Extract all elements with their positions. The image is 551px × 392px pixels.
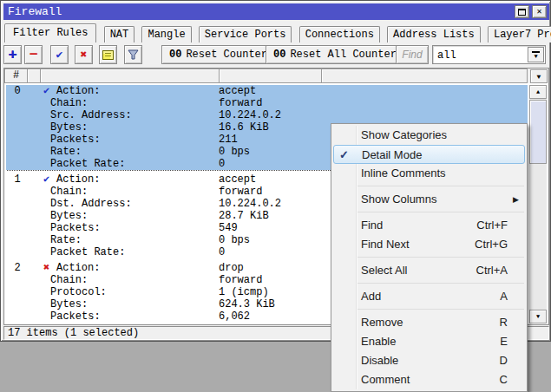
scrollbar-thumb[interactable]	[529, 100, 547, 164]
menu-item-detail-mode[interactable]: ✓ Detail Mode	[333, 145, 525, 164]
property-label: Packets:	[50, 222, 101, 234]
property-label: Rate:	[50, 146, 82, 158]
menu-shortcut: Ctrl+F	[476, 216, 508, 235]
reset-counters-button[interactable]: 00 Reset Counters	[161, 45, 281, 64]
column-header-value[interactable]	[219, 69, 322, 83]
drop-icon: ✖	[43, 262, 49, 274]
menu-item-label: Select All	[361, 264, 407, 277]
cross-icon: ✖	[81, 49, 88, 61]
comment-note-icon	[102, 50, 114, 60]
column-picker-button[interactable]: ▼	[530, 69, 548, 83]
menu-separator	[331, 306, 527, 313]
property-value: forward	[219, 274, 262, 286]
menu-item-label: Enable	[361, 335, 396, 348]
screen: Firewall ✕ Filter Rules NAT Mangle Servi…	[0, 0, 551, 392]
tab-nat[interactable]: NAT	[104, 26, 135, 42]
tab-address-lists[interactable]: Address Lists	[387, 26, 481, 42]
menu-shortcut: C	[500, 370, 508, 389]
property-value: 549	[219, 222, 238, 234]
find-button[interactable]: Find	[396, 45, 429, 64]
scroll-down-icon: ▼	[536, 313, 540, 320]
property-value: 624.3 KiB	[219, 298, 275, 310]
close-button[interactable]: ✕	[532, 5, 547, 18]
remove-button[interactable]: −	[24, 45, 43, 64]
tab-label: Mangle	[148, 29, 185, 41]
column-header-property[interactable]	[40, 69, 220, 83]
dropdown-arrow-icon: ▼	[534, 54, 537, 59]
property-value: forward	[219, 97, 262, 109]
property-value: 10.224.0.2	[219, 109, 281, 121]
funnel-icon	[128, 49, 139, 61]
menu-shortcut: A	[500, 287, 508, 306]
status-text: 17 items (1 selected)	[8, 327, 139, 339]
menu-separator	[331, 183, 527, 190]
filter-select-dropdown-button[interactable]: ▼	[528, 47, 544, 62]
maximize-button[interactable]	[515, 5, 529, 18]
menu-item-label: Remove	[361, 316, 403, 329]
property-label: Bytes:	[50, 121, 88, 134]
tab-bar: Filter Rules NAT Mangle Service Ports Co…	[4, 23, 551, 42]
menu-item-inline-comments[interactable]: Inline Comments	[331, 164, 527, 183]
menu-item-disable[interactable]: Disable D	[331, 351, 527, 370]
tab-label: Connections	[305, 29, 374, 41]
tab-layer7-protocols[interactable]: Layer7 Protocols	[488, 26, 551, 42]
detail-line: Src. Address:10.224.0.2	[6, 109, 528, 121]
property-label: Chain:	[50, 274, 88, 286]
property-value: forward	[219, 186, 262, 198]
titlebar[interactable]: Firewall ✕	[3, 3, 549, 20]
scroll-down-button[interactable]: ▼	[529, 310, 547, 323]
window-title: Firewall	[8, 5, 62, 18]
find-label: Find	[402, 49, 422, 61]
property-label: Action:	[56, 262, 100, 274]
disable-button[interactable]: ✖	[75, 45, 93, 64]
menu-item-add[interactable]: Add A	[331, 287, 527, 306]
menu-item-label: Find Next	[361, 238, 410, 251]
add-button[interactable]: +	[3, 45, 22, 64]
filter-button[interactable]	[124, 45, 142, 64]
minus-icon: −	[29, 48, 37, 62]
menu-shortcut: R	[500, 313, 508, 332]
scroll-up-button[interactable]: ▲	[529, 85, 547, 99]
vertical-scrollbar[interactable]: ▲ ▼	[529, 85, 547, 323]
reset-all-counters-prefix: 00	[273, 49, 285, 61]
menu-item-show-categories[interactable]: Show Categories	[331, 126, 527, 145]
column-header-flags[interactable]	[27, 69, 41, 83]
tab-label: NAT	[110, 29, 129, 41]
tab-service-ports[interactable]: Service Ports	[199, 26, 292, 42]
menu-item-show-columns[interactable]: Show Columns ▶	[331, 190, 527, 209]
menu-item-label: Show Columns	[361, 193, 436, 206]
tab-connections[interactable]: Connections	[299, 26, 380, 42]
menu-item-select-all[interactable]: Select All Ctrl+A	[331, 261, 527, 280]
menu-item-remove[interactable]: Remove R	[331, 313, 527, 332]
property-label: Protocol:	[50, 286, 107, 298]
checkmark-icon: ✔	[56, 49, 63, 61]
menu-separator	[331, 254, 527, 261]
comment-button[interactable]	[99, 45, 117, 64]
property-value: 0	[219, 246, 225, 258]
plus-icon: +	[8, 48, 16, 62]
accept-icon: ✔	[43, 173, 49, 186]
menu-item-find[interactable]: Find Ctrl+F	[331, 216, 527, 235]
property-value: 16.6 KiB	[219, 121, 269, 134]
property-value: drop	[219, 262, 244, 274]
property-label: Action:	[56, 85, 100, 97]
tab-label: Layer7 Protocols	[494, 29, 551, 41]
menu-shortcut: E	[500, 332, 508, 351]
property-label: Packets:	[50, 310, 101, 323]
enable-button[interactable]: ✔	[50, 45, 69, 64]
column-header-extra[interactable]	[321, 69, 528, 83]
property-label: Chain:	[50, 97, 88, 109]
maximize-icon	[518, 9, 526, 16]
menu-item-comment[interactable]: Comment C	[331, 370, 527, 389]
menu-item-label: Disable	[361, 354, 398, 367]
menu-item-label: Comment	[361, 373, 410, 386]
filter-select[interactable]: all ▼	[432, 45, 546, 64]
column-header-number[interactable]: #	[4, 69, 28, 83]
property-label: Packet Rate:	[50, 158, 125, 170]
menu-item-enable[interactable]: Enable E	[331, 332, 527, 351]
tab-filter-rules[interactable]: Filter Rules	[4, 23, 96, 42]
tab-mangle[interactable]: Mangle	[141, 26, 191, 42]
menu-item-find-next[interactable]: Find Next Ctrl+G	[331, 235, 527, 254]
reset-counters-prefix: 00	[169, 49, 181, 61]
reset-all-counters-button[interactable]: 00 Reset All Counters	[266, 45, 410, 64]
